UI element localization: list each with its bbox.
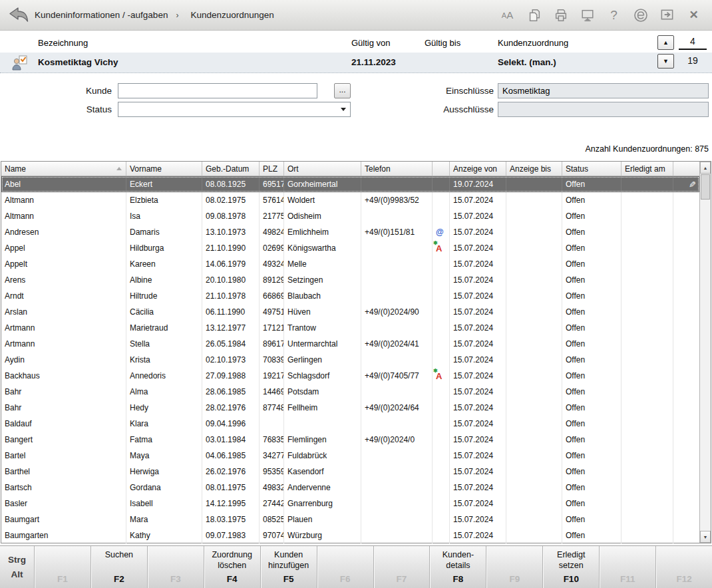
col-header-name[interactable]: Name bbox=[1, 162, 126, 176]
function-key-f8[interactable]: Kunden-detailsF8 bbox=[430, 546, 486, 588]
function-key-f9: F9 bbox=[486, 546, 543, 588]
table-row[interactable]: Arndt Hiltrude 21.10.1978 66869 Blaubach… bbox=[1, 288, 699, 304]
table-row[interactable]: Arslan Cäcilia 06.11.1990 49751 Hüven +4… bbox=[1, 304, 699, 320]
table-row[interactable]: Altmann Elzbieta 08.02.1975 57614 Wolder… bbox=[1, 192, 699, 208]
assignment-count: Anzahl Kundenzuordnungen: 875 bbox=[585, 144, 709, 154]
modifier-keys-label: Strg Alt bbox=[0, 546, 35, 588]
customer-table: Name Vorname Geb.-Datum PLZ Ort Telefon … bbox=[1, 161, 711, 543]
ausschluesse-label: Ausschlüsse bbox=[373, 104, 494, 114]
col-header-anzeige-bis[interactable]: Anzeige bis bbox=[506, 162, 562, 176]
help-icon[interactable]: ? bbox=[605, 6, 623, 24]
table-row[interactable]: Arens Albine 20.10.1980 89129 Setzingen … bbox=[1, 272, 699, 288]
table-row[interactable]: Backhaus Annedoris 27.09.1988 19217 Schl… bbox=[1, 368, 699, 384]
function-key-label: Suchen bbox=[105, 549, 133, 560]
detach-window-icon[interactable] bbox=[658, 6, 676, 24]
col-header-telefon[interactable]: Telefon bbox=[361, 162, 433, 176]
function-key-f4[interactable]: Zuordnung löschenF4 bbox=[204, 546, 261, 588]
font-size-icon[interactable]: AA bbox=[498, 6, 516, 24]
function-key-f6: F6 bbox=[317, 546, 374, 588]
column-label-bezeichnung: Bezeichnung bbox=[38, 38, 88, 48]
col-header-vorname[interactable]: Vorname bbox=[126, 162, 202, 176]
screen-icon[interactable] bbox=[578, 6, 596, 24]
task-person-icon bbox=[11, 55, 29, 73]
toolbar-icons: AA ? bbox=[498, 6, 712, 24]
table-row[interactable]: Bahr Alma 28.06.1985 14469 Potsdam 15.07… bbox=[1, 384, 699, 400]
table-row[interactable]: Abel Eckert 08.08.1925 69517 Gorxheimert… bbox=[1, 176, 699, 192]
table-row[interactable]: Barthel Herwiga 26.02.1976 95359 Kasendo… bbox=[1, 464, 699, 480]
record-position-field[interactable]: 4 bbox=[679, 36, 707, 50]
email-at-icon: @ bbox=[436, 227, 444, 237]
col-header-status[interactable]: Status bbox=[562, 162, 622, 176]
column-label-gueltig-von: Gültig von bbox=[351, 38, 391, 48]
col-header-anzeige-von[interactable]: Anzeige von bbox=[450, 162, 506, 176]
column-label-gueltig-bis: Gültig bis bbox=[425, 38, 460, 48]
record-bezeichnung: Kosmetiktag Vichy bbox=[38, 53, 118, 73]
mailing-a-icon: A✱ bbox=[436, 371, 442, 381]
function-key-number: F4 bbox=[227, 574, 238, 584]
current-record-row: Kosmetiktag Vichy 21.11.2023 Selekt. (ma… bbox=[0, 53, 712, 73]
function-key-f7: F7 bbox=[374, 546, 431, 588]
kunde-label: Kunde bbox=[0, 86, 112, 96]
scroll-down-icon[interactable]: ▼ bbox=[700, 531, 711, 543]
function-key-number: F2 bbox=[114, 574, 124, 584]
col-header-geb-datum[interactable]: Geb.-Datum bbox=[202, 162, 260, 176]
function-key-f2[interactable]: SuchenF2 bbox=[91, 546, 148, 588]
scrollbar-thumb[interactable] bbox=[701, 174, 710, 200]
table-row[interactable]: Bartsch Gordana 08.01.1975 49832 Anderve… bbox=[1, 480, 699, 496]
table-row[interactable]: Appelt Kareen 14.06.1979 49324 Melle 15.… bbox=[1, 256, 699, 272]
function-key-label: Kunden hinzufügen bbox=[263, 549, 315, 571]
table-row[interactable]: Baldauf Klara 09.04.1996 15.07.2024 Offe… bbox=[1, 416, 699, 432]
col-header-filler bbox=[673, 162, 699, 176]
chevron-down-icon bbox=[341, 108, 346, 111]
function-key-number: F7 bbox=[397, 574, 407, 584]
table-row[interactable]: Bangert Fatma 03.01.1984 76835 Flemlinge… bbox=[1, 432, 699, 448]
record-prev-button[interactable]: ▲ bbox=[657, 35, 674, 50]
table-row[interactable]: Altmann Isa 09.08.1978 21775 Odisheim 15… bbox=[1, 208, 699, 224]
email-icon[interactable] bbox=[631, 6, 649, 24]
kunde-input[interactable] bbox=[118, 83, 317, 98]
top-toolbar: Kundeninformationen / -aufgaben › Kunden… bbox=[0, 0, 712, 31]
function-key-label: Erledigt setzen bbox=[545, 549, 597, 571]
mailing-a-icon: A✱ bbox=[436, 243, 442, 253]
status-select[interactable] bbox=[118, 102, 351, 117]
vertical-scrollbar[interactable]: ▲ ▼ bbox=[699, 162, 711, 543]
function-key-f11: F11 bbox=[600, 546, 656, 588]
close-icon[interactable]: ✕ bbox=[685, 6, 703, 24]
table-row[interactable]: Appel Hildburga 21.10.1990 02699 Königsw… bbox=[1, 240, 699, 256]
col-header-icon[interactable] bbox=[433, 162, 450, 176]
table-row[interactable]: Artmann Marietraud 13.12.1977 17121 Tran… bbox=[1, 320, 699, 336]
function-key-f5[interactable]: Kunden hinzufügenF5 bbox=[261, 546, 317, 588]
function-key-number: F12 bbox=[676, 574, 691, 584]
record-kundenzuordnung: Selekt. (man.) bbox=[498, 53, 556, 73]
scroll-up-icon[interactable]: ▲ bbox=[700, 162, 711, 174]
table-row[interactable]: Aydin Krista 02.10.1973 70839 Gerlingen … bbox=[1, 352, 699, 368]
table-row[interactable]: Bartel Maya 04.06.1985 34277 Fuldabrück … bbox=[1, 448, 699, 464]
col-header-erledigt-am[interactable]: Erledigt am bbox=[622, 162, 673, 176]
einschluesse-label: Einschlüsse bbox=[373, 86, 494, 96]
col-header-ort[interactable]: Ort bbox=[284, 162, 361, 176]
record-next-button[interactable]: ▼ bbox=[657, 54, 674, 69]
function-key-f12: F12 bbox=[656, 546, 712, 588]
table-row[interactable]: Baumgart Mara 18.03.1975 08525 Plauen 15… bbox=[1, 512, 699, 527]
kunde-browse-button[interactable]: ... bbox=[334, 83, 351, 98]
print-icon[interactable] bbox=[552, 6, 570, 24]
function-key-number: F11 bbox=[620, 574, 635, 584]
table-row[interactable]: Basler Isabell 14.12.1995 27442 Gnarrenb… bbox=[1, 496, 699, 512]
copy-icon[interactable] bbox=[525, 6, 543, 24]
ausschluesse-field bbox=[498, 102, 709, 117]
function-key-f10[interactable]: Erledigt setzenF10 bbox=[543, 546, 600, 588]
record-total: 19 bbox=[679, 55, 707, 69]
function-key-label: Zuordnung löschen bbox=[206, 549, 258, 571]
table-row[interactable]: Baumgarten Kathy 09.07.1983 97074 Würzbu… bbox=[1, 527, 699, 543]
breadcrumb-separator: › bbox=[176, 11, 178, 20]
function-key-number: F1 bbox=[57, 574, 68, 584]
function-key-f3: F3 bbox=[148, 546, 204, 588]
col-header-plz[interactable]: PLZ bbox=[260, 162, 284, 176]
table-row[interactable]: Artmann Stella 26.05.1984 89617 Untermar… bbox=[1, 336, 699, 352]
function-key-number: F8 bbox=[453, 574, 464, 584]
function-key-number: F3 bbox=[170, 574, 181, 584]
back-icon[interactable] bbox=[7, 5, 31, 25]
breadcrumb-parent[interactable]: Kundeninformationen / -aufgaben bbox=[35, 10, 168, 20]
table-row[interactable]: Andresen Damaris 13.10.1973 49824 Emlich… bbox=[1, 224, 699, 240]
table-row[interactable]: Bahr Hedy 28.02.1976 87748 Fellheim +49/… bbox=[1, 400, 699, 416]
